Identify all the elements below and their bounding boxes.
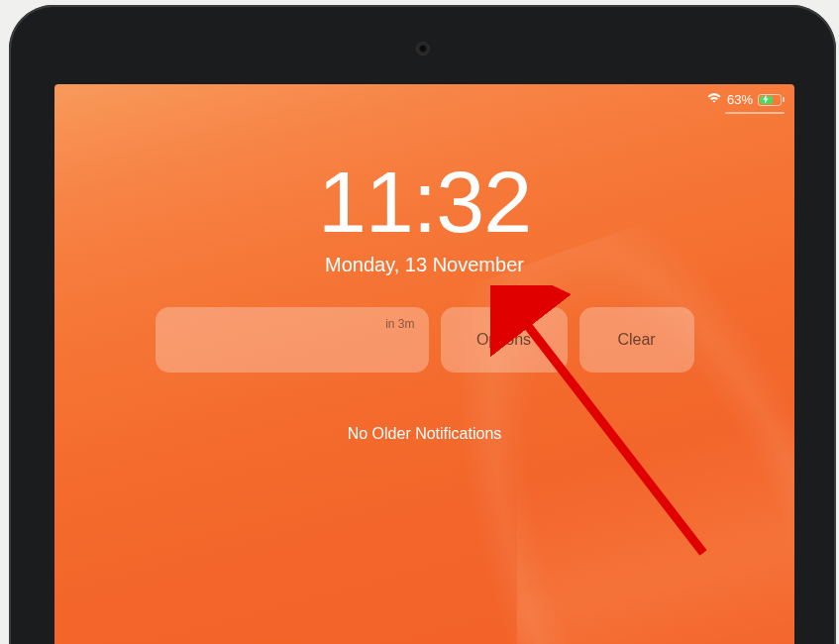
no-older-notifications-label: No Older Notifications xyxy=(54,425,794,443)
clear-button[interactable]: Clear xyxy=(579,307,694,373)
notification-actions-row: in 3m Options Clear xyxy=(156,307,694,373)
options-button-label: Options xyxy=(476,331,531,349)
clock-area: 11:32 Monday, 13 November xyxy=(54,159,794,276)
lock-screen[interactable]: 63% 11:32 Monday, 13 November in 3 xyxy=(54,84,794,644)
battery-icon xyxy=(758,94,785,106)
charging-icon xyxy=(763,94,769,105)
battery-percent-label: 63% xyxy=(727,92,753,107)
clear-button-label: Clear xyxy=(617,331,655,349)
lock-screen-time: 11:32 xyxy=(54,159,794,246)
notification-relative-time: in 3m xyxy=(385,317,414,331)
status-underline xyxy=(725,112,785,114)
battery-fill xyxy=(760,96,773,104)
status-bar: 63% xyxy=(706,92,785,107)
wifi-icon xyxy=(706,92,722,107)
lock-screen-date: Monday, 13 November xyxy=(54,254,794,276)
ipad-frame: 63% 11:32 Monday, 13 November in 3 xyxy=(9,5,836,644)
front-camera xyxy=(416,42,430,55)
options-button[interactable]: Options xyxy=(441,307,568,373)
notification-card[interactable]: in 3m xyxy=(156,307,429,373)
